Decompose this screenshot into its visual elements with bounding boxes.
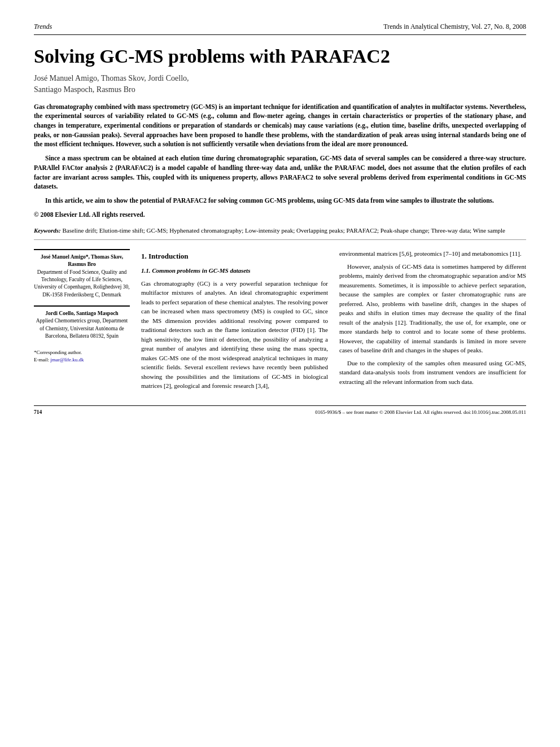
page: Trends Trends in Analytical Chemistry, V… [0, 0, 560, 747]
right-body-text: environmental matrices [5,6], proteomics… [339, 249, 526, 386]
authors-line1: José Manuel Amigo, Thomas Skov, Jordi Co… [34, 74, 526, 83]
email-link[interactable]: jmar@life.ku.dk [50, 357, 84, 362]
header-section-label: Trends [34, 23, 52, 31]
page-footer: 714 0165-9936/$ – see front matter © 200… [34, 405, 526, 415]
intro-body-text: Gas chromatography (GC) is a very powerf… [141, 279, 328, 391]
section-title: Introduction [148, 252, 189, 260]
email-label: E-mail: [34, 357, 49, 362]
keywords-label: Keywords: [34, 227, 61, 234]
header-journal-info: Trends in Analytical Chemistry, Vol. 27,… [383, 23, 526, 31]
subsection-title: Common problems in GC-MS datasets [152, 267, 250, 274]
footer-rights-text: 0165-9936/$ – see front matter © 2008 El… [315, 409, 526, 415]
abstract-text: Gas chromatography combined with mass sp… [34, 102, 526, 219]
subsection-num: 1.1. [141, 267, 151, 274]
section-1-heading: 1. Introduction [141, 251, 328, 262]
page-number: 714 [34, 409, 42, 415]
author-block-1: José Manuel Amigo*, Thomas Skov, Rasmus … [34, 249, 130, 299]
copyright-line: © 2008 Elsevier Ltd. All rights reserved… [34, 210, 526, 220]
section-num: 1. [141, 252, 147, 260]
author2-dept: Applied Chemometrics group, Department o… [34, 317, 130, 340]
author1-dept: Department of Food Science, Quality and … [34, 269, 130, 299]
title-section: Solving GC-MS problems with PARAFAC2 Jos… [34, 45, 526, 94]
right-para1: environmental matrices [5,6], proteomics… [339, 249, 526, 259]
abstract-para1: Gas chromatography combined with mass sp… [34, 102, 526, 149]
affiliations-column: José Manuel Amigo*, Thomas Skov, Rasmus … [34, 249, 130, 394]
subsection-1-1-heading: 1.1. Common problems in GC-MS datasets [141, 267, 328, 276]
middle-column: 1. Introduction 1.1. Common problems in … [141, 249, 328, 394]
page-header: Trends Trends in Analytical Chemistry, V… [34, 23, 526, 35]
keywords-section: Keywords: Baseline drift; Elution-time s… [34, 227, 526, 240]
intro-para1: Gas chromatography (GC) is a very powerf… [141, 279, 328, 391]
abstract-para3: In this article, we aim to show the pote… [34, 196, 526, 206]
author1-name: José Manuel Amigo*, Thomas Skov, Rasmus … [34, 254, 130, 269]
article-title: Solving GC-MS problems with PARAFAC2 [34, 45, 526, 68]
abstract-para2: Since a mass spectrum can be obtained at… [34, 154, 526, 191]
main-content: José Manuel Amigo*, Thomas Skov, Rasmus … [34, 249, 526, 394]
right-para2: However, analysis of GC-MS data is somet… [339, 262, 526, 355]
abstract-section: Gas chromatography combined with mass sp… [34, 102, 526, 219]
email-line: E-mail: jmar@life.ku.dk [34, 356, 130, 364]
authors-line2: Santiago Maspoch, Rasmus Bro [34, 85, 526, 94]
right-column: environmental matrices [5,6], proteomics… [339, 249, 526, 394]
author-block-2: Jordi Coello, Santiago Maspoch Applied C… [34, 305, 130, 340]
keywords-text: Baseline drift; Elution-time shift; GC-M… [62, 227, 505, 234]
author2-name: Jordi Coello, Santiago Maspoch [34, 310, 130, 317]
corresponding-label: *Corresponding author. [34, 349, 130, 356]
right-para3: Due to the complexity of the samples oft… [339, 359, 526, 387]
corresponding-note: *Corresponding author. E-mail: jmar@life… [34, 349, 130, 363]
